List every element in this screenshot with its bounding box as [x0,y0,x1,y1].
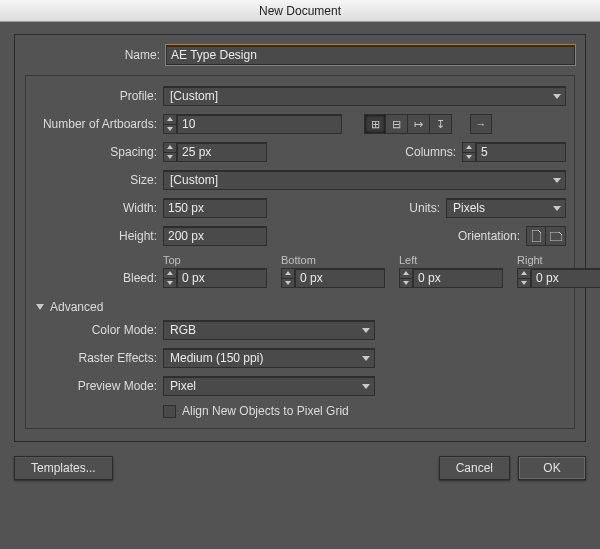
width-label: Width: [34,201,157,215]
bleed-left-input[interactable] [413,268,503,288]
color-mode-label: Color Mode: [34,323,157,337]
size-value: [Custom] [170,173,218,187]
dropdown-icon [362,356,370,361]
bleed-bottom-stepper[interactable] [281,268,385,288]
bleed-bottom-up[interactable] [281,268,295,278]
grid-by-row-icon[interactable]: ⊞ [364,114,386,134]
units-select[interactable]: Pixels [446,198,566,218]
bleed-label: Bleed: [34,271,157,288]
artboards-label: Number of Artboards: [34,117,157,131]
columns-input[interactable] [476,142,566,162]
name-input[interactable] [166,45,575,65]
columns-down[interactable] [462,152,476,163]
arrange-row-icon[interactable]: ↦ [408,114,430,134]
bleed-top-input[interactable] [177,268,267,288]
raster-effects-value: Medium (150 ppi) [170,351,263,365]
dialog-body: Name: Profile: [Custom] Number of Artboa… [0,22,600,549]
bleed-bottom-input[interactable] [295,268,385,288]
size-label: Size: [34,173,157,187]
arrange-column-icon[interactable]: ↧ [430,114,452,134]
columns-label: Columns: [386,145,456,159]
window-title: New Document [0,0,600,22]
dropdown-icon [553,206,561,211]
artboards-up[interactable] [163,114,177,124]
size-select[interactable]: [Custom] [163,170,566,190]
bleed-right-down[interactable] [517,278,531,289]
bleed-right-up[interactable] [517,268,531,278]
spacing-down[interactable] [163,152,177,163]
preview-mode-select[interactable]: Pixel [163,376,375,396]
artboards-down[interactable] [163,124,177,135]
raster-effects-select[interactable]: Medium (150 ppi) [163,348,375,368]
templates-button[interactable]: Templates... [14,456,113,480]
bleed-right-stepper[interactable] [517,268,600,288]
height-label: Height: [34,229,157,243]
triangle-down-icon [36,304,44,310]
spacing-stepper[interactable] [163,142,267,162]
bleed-left-down[interactable] [399,278,413,289]
bleed-top-down[interactable] [163,278,177,289]
color-mode-value: RGB [170,323,196,337]
bleed-top-stepper[interactable] [163,268,267,288]
dialog-buttons: Templates... Cancel OK [14,456,586,480]
bleed-top-up[interactable] [163,268,177,278]
grid-by-column-icon[interactable]: ⊟ [386,114,408,134]
spacing-up[interactable] [163,142,177,152]
name-label: Name: [25,48,160,62]
orientation-landscape-button[interactable] [546,226,566,246]
orientation-buttons [526,226,566,246]
dropdown-icon [553,178,561,183]
dropdown-icon [362,384,370,389]
advanced-toggle[interactable]: Advanced [34,296,566,320]
bleed-right-input[interactable] [531,268,600,288]
dropdown-icon [553,94,561,99]
height-input[interactable] [163,226,267,246]
profile-label: Profile: [34,89,157,103]
spacing-label: Spacing: [34,145,157,159]
columns-stepper[interactable] [462,142,566,162]
cancel-button[interactable]: Cancel [439,456,510,480]
artboards-input[interactable] [177,114,342,134]
dropdown-icon [362,328,370,333]
bleed-left-stepper[interactable] [399,268,503,288]
preview-mode-label: Preview Mode: [34,379,157,393]
bleed-top-label: Top [163,254,267,266]
spacing-input[interactable] [177,142,267,162]
orientation-portrait-button[interactable] [526,226,546,246]
bleed-bottom-label: Bottom [281,254,385,266]
units-label: Units: [370,201,440,215]
bleed-right-label: Right [517,254,600,266]
profile-value: [Custom] [170,89,218,103]
direction-ltr-icon[interactable]: → [470,114,492,134]
orientation-label: Orientation: [442,229,520,243]
profile-select[interactable]: [Custom] [163,86,566,106]
bleed-left-up[interactable] [399,268,413,278]
width-input[interactable] [163,198,267,218]
raster-effects-label: Raster Effects: [34,351,157,365]
artboards-stepper[interactable] [163,114,342,134]
align-pixel-grid-checkbox[interactable] [163,405,176,418]
layout-direction: → [470,114,492,134]
bleed-bottom-down[interactable] [281,278,295,289]
artboard-arrangement: ⊞ ⊟ ↦ ↧ [364,114,452,134]
advanced-label: Advanced [50,300,103,314]
main-panel: Name: Profile: [Custom] Number of Artboa… [14,34,586,442]
preview-mode-value: Pixel [170,379,196,393]
columns-up[interactable] [462,142,476,152]
bleed-left-label: Left [399,254,503,266]
details-panel: Profile: [Custom] Number of Artboards: ⊞… [25,75,575,429]
units-value: Pixels [453,201,485,215]
color-mode-select[interactable]: RGB [163,320,375,340]
align-pixel-grid-label: Align New Objects to Pixel Grid [182,404,349,418]
ok-button[interactable]: OK [518,456,586,480]
